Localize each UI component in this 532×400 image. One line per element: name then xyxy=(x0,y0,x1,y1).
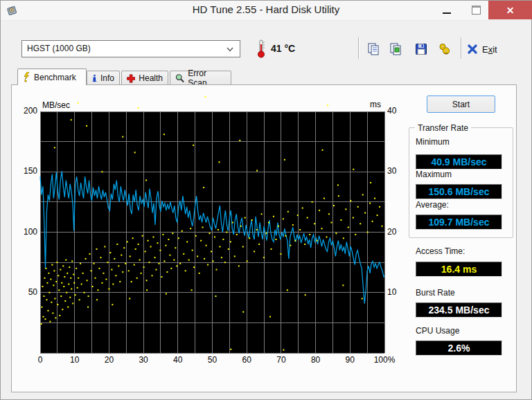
left-axis-title: MB/sec xyxy=(42,100,70,110)
axis-tick-label: 90 xyxy=(335,355,365,365)
cpu-usage-value: 2.6% xyxy=(416,340,502,356)
temperature-readout: 41 °C xyxy=(271,43,295,54)
average-value: 109.7 MB/sec xyxy=(416,215,502,230)
minimize-icon xyxy=(443,12,451,14)
maximize-icon xyxy=(472,6,481,15)
axis-tick-label: 50 xyxy=(17,287,37,297)
burst-rate-label: Burst Rate xyxy=(416,288,455,298)
start-button[interactable]: Start xyxy=(427,96,495,113)
axis-tick-label: 40 xyxy=(387,106,396,116)
close-button[interactable]: ✕ xyxy=(488,1,532,19)
options-button[interactable] xyxy=(436,41,453,57)
maximum-label: Maximum xyxy=(416,170,452,179)
axis-tick-label: 200 xyxy=(17,106,37,116)
chevron-down-icon xyxy=(227,47,233,52)
close-icon: ✕ xyxy=(506,6,515,15)
drive-select-value: HGST (1000 GB) xyxy=(27,44,91,53)
drive-select-dropdown[interactable]: HGST (1000 GB) xyxy=(21,40,240,57)
thermometer-icon xyxy=(256,39,266,58)
tab-label: Health xyxy=(139,73,163,83)
copy-image-button[interactable] xyxy=(387,41,404,57)
lightning-icon xyxy=(23,72,30,82)
tab-benchmark[interactable]: Benchmark xyxy=(17,69,87,85)
tab-label: Benchmark xyxy=(34,73,76,82)
toolbar-separator xyxy=(461,37,462,59)
axis-tick-label: 80 xyxy=(301,355,331,365)
copy-image-icon xyxy=(389,42,402,56)
axis-tick-label: 100% xyxy=(369,355,400,365)
exit-button[interactable]: Exit xyxy=(468,42,497,57)
toolbar-separator xyxy=(358,37,360,59)
axis-tick-label: 70 xyxy=(266,355,296,365)
axis-tick-label: 20 xyxy=(387,227,396,237)
burst-rate-value: 234.5 MB/sec xyxy=(416,302,502,318)
axis-tick-label: 10 xyxy=(387,287,396,297)
tab-health[interactable]: Health xyxy=(121,71,168,85)
tab-info[interactable]: Info xyxy=(87,71,120,85)
benchmark-chart xyxy=(40,111,384,353)
benchmark-tab-page: MB/sec ms 200150100504030201001020304050… xyxy=(11,84,517,392)
minimize-button[interactable] xyxy=(434,1,459,19)
axis-tick-label: 30 xyxy=(128,355,159,365)
info-icon xyxy=(92,73,97,83)
axis-tick-label: 60 xyxy=(231,355,262,365)
save-button[interactable] xyxy=(413,41,429,57)
access-time-label: Access Time: xyxy=(416,246,465,256)
options-icon xyxy=(438,42,452,56)
app-window: HD Tune 2.55 - Hard Disk Utility ✕ HGST … xyxy=(0,0,532,400)
minimum-label: Minimum xyxy=(416,137,450,147)
exit-x-icon xyxy=(468,44,477,54)
exit-label: Exit xyxy=(482,44,497,55)
cpu-usage-label: CPU Usage xyxy=(416,326,459,336)
right-axis-title: ms xyxy=(370,100,381,109)
axis-tick-label: 10 xyxy=(60,355,90,365)
maximum-value: 150.6 MB/sec xyxy=(416,184,502,199)
tab-error-scan[interactable]: Error Scan xyxy=(170,71,231,85)
copy-text-icon xyxy=(366,42,380,56)
axis-tick-label: 30 xyxy=(387,166,396,176)
transfer-rate-group-label: Transfer Rate xyxy=(415,123,471,133)
copy-text-button[interactable] xyxy=(365,41,382,57)
magnifier-icon xyxy=(175,73,184,83)
title-bar: HD Tune 2.55 - Hard Disk Utility ✕ xyxy=(1,1,531,21)
minimum-value: 40.9 MB/sec xyxy=(416,154,502,170)
tab-label: Info xyxy=(100,73,114,83)
access-time-value: 16.4 ms xyxy=(416,262,502,277)
save-icon xyxy=(414,42,428,56)
maximize-button[interactable] xyxy=(463,1,488,19)
average-label: Average: xyxy=(416,200,449,210)
axis-tick-label: 150 xyxy=(17,166,37,176)
axis-tick-label: 20 xyxy=(94,355,124,365)
health-cross-icon xyxy=(127,74,135,83)
axis-tick-label: 100 xyxy=(17,227,37,237)
axis-tick-label: 40 xyxy=(163,355,193,365)
axis-tick-label: 0 xyxy=(25,355,55,365)
axis-tick-label: 50 xyxy=(197,355,228,365)
